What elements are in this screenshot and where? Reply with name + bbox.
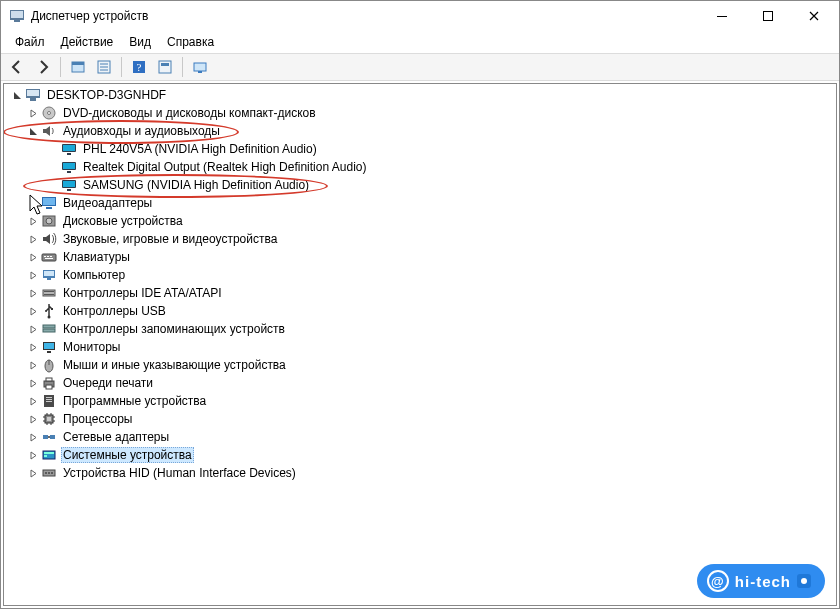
tree-root-node[interactable]: DESKTOP-D3GNHDF: [4, 86, 836, 104]
device-tree-panel[interactable]: DESKTOP-D3GNHDFDVD-дисководы и дисководы…: [3, 83, 837, 606]
svg-rect-72: [43, 435, 48, 439]
tree-category-node[interactable]: Дисковые устройства: [24, 212, 836, 230]
watermark-text: hi-tech: [735, 573, 791, 590]
svg-point-80: [48, 472, 50, 474]
svg-rect-34: [42, 254, 56, 261]
tree-category-node[interactable]: Очереди печати: [24, 374, 836, 392]
toolbar-separator: [121, 57, 122, 77]
tree-category-node[interactable]: Системные устройства: [24, 446, 836, 464]
toolbar: ?: [1, 53, 839, 81]
monitor2-icon: [41, 339, 57, 355]
svg-point-45: [48, 316, 51, 319]
tree-category-node[interactable]: Мониторы: [24, 338, 836, 356]
toolbar-show-hidden-button[interactable]: [66, 55, 90, 79]
svg-rect-11: [159, 61, 171, 73]
expand-icon[interactable]: [26, 430, 40, 444]
expand-icon[interactable]: [26, 376, 40, 390]
tree-category-node[interactable]: Клавиатуры: [24, 248, 836, 266]
svg-rect-35: [44, 256, 46, 257]
menu-action[interactable]: Действие: [53, 33, 122, 51]
computer-icon: [25, 87, 41, 103]
expand-icon[interactable]: [26, 196, 40, 210]
tree-device-node[interactable]: SAMSUNG (NVIDIA High Definition Audio): [44, 176, 836, 194]
svg-rect-41: [47, 278, 51, 280]
expand-icon[interactable]: [26, 394, 40, 408]
tree-category-node[interactable]: Сетевые адаптеры: [24, 428, 836, 446]
menu-bar: Файл Действие Вид Справка: [1, 31, 839, 53]
toolbar-forward-button[interactable]: [31, 55, 55, 79]
tree-category-node[interactable]: DVD-дисководы и дисководы компакт-дисков: [24, 104, 836, 122]
expand-icon[interactable]: [26, 286, 40, 300]
expand-icon[interactable]: [26, 466, 40, 480]
computer-icon: [41, 267, 57, 283]
toolbar-back-button[interactable]: [5, 55, 29, 79]
toolbar-properties-button[interactable]: [92, 55, 116, 79]
minimize-button[interactable]: [699, 1, 745, 31]
svg-rect-12: [161, 63, 169, 66]
cpu-icon: [41, 411, 57, 427]
hid-icon: [41, 465, 57, 481]
expand-icon[interactable]: [26, 340, 40, 354]
expand-icon[interactable]: [26, 358, 40, 372]
close-button[interactable]: [791, 1, 837, 31]
collapse-icon[interactable]: [10, 88, 24, 102]
svg-rect-51: [44, 343, 54, 349]
svg-rect-42: [43, 290, 55, 296]
maximize-button[interactable]: [745, 1, 791, 31]
tree-node-label: Устройства HID (Human Interface Devices): [61, 466, 298, 480]
expand-icon[interactable]: [26, 106, 40, 120]
svg-rect-22: [67, 153, 71, 155]
tree-category-node[interactable]: Контроллеры запоминающих устройств: [24, 320, 836, 338]
title-bar: Диспетчер устройств: [1, 1, 839, 31]
system-icon: [41, 447, 57, 463]
expand-icon[interactable]: [26, 214, 40, 228]
monitor-icon: [61, 159, 77, 175]
disc-icon: [41, 105, 57, 121]
tree-device-node[interactable]: Realtek Digital Output (Realtek High Def…: [44, 158, 836, 176]
toolbar-refresh-button[interactable]: [153, 55, 177, 79]
expand-icon[interactable]: [26, 250, 40, 264]
tree-category-node[interactable]: Мыши и иные указывающие устройства: [24, 356, 836, 374]
svg-rect-14: [198, 71, 202, 73]
svg-point-33: [46, 218, 52, 224]
tree-category-node[interactable]: Звуковые, игровые и видеоустройства: [24, 230, 836, 248]
tree-category-node[interactable]: Контроллеры USB: [24, 302, 836, 320]
svg-rect-21: [63, 145, 75, 151]
ide-icon: [41, 285, 57, 301]
tree-category-node[interactable]: Компьютер: [24, 266, 836, 284]
keyboard-icon: [41, 249, 57, 265]
tree-category-node[interactable]: Программные устройства: [24, 392, 836, 410]
tree-node-label: Realtek Digital Output (Realtek High Def…: [81, 160, 368, 174]
toolbar-scan-button[interactable]: [188, 55, 212, 79]
svg-rect-13: [194, 63, 206, 71]
tree-category-node[interactable]: Процессоры: [24, 410, 836, 428]
tree-category-node[interactable]: Аудиовходы и аудиовыходы: [24, 122, 836, 140]
svg-rect-77: [44, 455, 47, 457]
expand-icon[interactable]: [26, 268, 40, 282]
tree-category-node[interactable]: Видеоадаптеры: [24, 194, 836, 212]
toolbar-help-button[interactable]: ?: [127, 55, 151, 79]
tree-category-node[interactable]: Контроллеры IDE ATA/ATAPI: [24, 284, 836, 302]
tree-node-label: Компьютер: [61, 268, 127, 282]
expand-icon[interactable]: [26, 304, 40, 318]
collapse-icon[interactable]: [26, 124, 40, 138]
watermark-at-icon: @: [707, 570, 729, 592]
expand-icon[interactable]: [26, 412, 40, 426]
menu-help[interactable]: Справка: [159, 33, 222, 51]
expand-icon[interactable]: [26, 232, 40, 246]
expand-icon[interactable]: [26, 322, 40, 336]
svg-point-47: [45, 310, 47, 312]
menu-file[interactable]: Файл: [7, 33, 53, 51]
menu-view[interactable]: Вид: [121, 33, 159, 51]
expand-icon[interactable]: [26, 448, 40, 462]
svg-rect-2: [14, 20, 20, 22]
tree-category-node[interactable]: Устройства HID (Human Interface Devices): [24, 464, 836, 482]
tree-device-node[interactable]: PHL 240V5A (NVIDIA High Definition Audio…: [44, 140, 836, 158]
tree-node-label: Видеоадаптеры: [61, 196, 154, 210]
mouse-icon: [41, 357, 57, 373]
svg-rect-48: [43, 325, 55, 328]
svg-rect-30: [43, 198, 55, 205]
toolbar-separator: [60, 57, 61, 77]
svg-rect-27: [63, 181, 75, 187]
tree-node-label: Программные устройства: [61, 394, 208, 408]
